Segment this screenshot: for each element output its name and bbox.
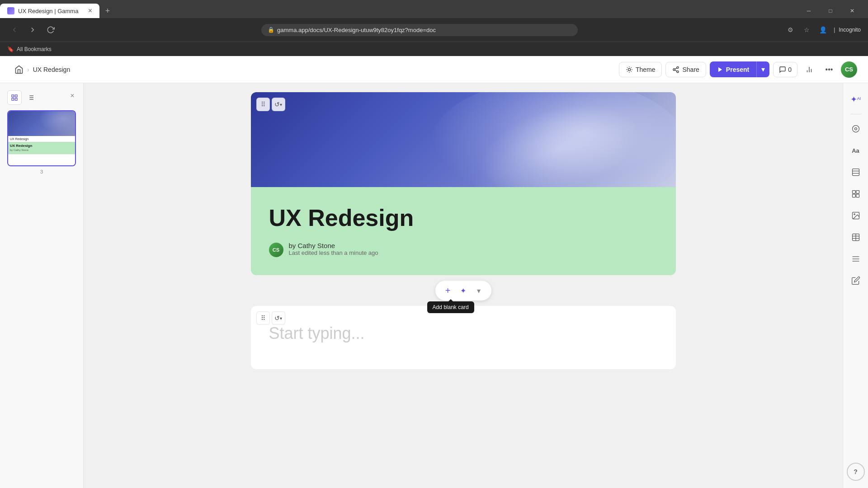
card-1-title[interactable]: UX Redesign — [269, 205, 658, 231]
sidebar-close-button[interactable]: × — [67, 90, 78, 101]
profile-label: Incognito — [839, 27, 861, 33]
right-more-button[interactable] — [847, 250, 865, 268]
expand-add-card-button[interactable]: ▾ — [472, 283, 486, 298]
app-header: › UX Redesign Theme Share Present ▾ 0 — [0, 56, 868, 83]
slide-thumb-header — [8, 111, 75, 136]
left-sidebar: × UX Redesign UX Redesign by Cathy Stone… — [0, 83, 84, 488]
present-button[interactable]: Present ▾ — [710, 61, 769, 77]
address-bar: 🔒 gamma.app/docs/UX-Redesign-utuw9ty82oy… — [0, 18, 868, 42]
present-main-button[interactable]: Present — [710, 62, 756, 77]
svg-rect-27 — [852, 194, 855, 197]
card-2-content[interactable]: Start typing... — [251, 306, 676, 369]
between-cards-toolbar: + ✦ ▾ Add blank card — [435, 275, 491, 306]
share-button[interactable]: Share — [665, 62, 706, 77]
right-typography-button[interactable]: Aa — [847, 141, 865, 160]
svg-rect-11 — [15, 95, 17, 97]
extensions-area: ⚙ ☆ 👤 | Incognito — [783, 23, 861, 37]
card-2-placeholder[interactable]: Start typing... — [269, 324, 658, 343]
theme-button[interactable]: Theme — [619, 62, 662, 77]
right-theme-button[interactable] — [847, 120, 865, 138]
more-options-button[interactable]: ••• — [821, 61, 837, 78]
add-ai-card-button[interactable]: ✦ — [456, 283, 471, 298]
svg-marker-6 — [718, 67, 722, 72]
card-2-toolbar: ⠿ ↺ ▾ — [256, 311, 285, 325]
svg-rect-10 — [12, 95, 14, 97]
back-button[interactable] — [7, 23, 22, 37]
extension-button[interactable]: ⚙ — [783, 23, 797, 37]
right-cards-button[interactable] — [847, 185, 865, 203]
add-blank-card-tooltip: Add blank card — [427, 301, 474, 313]
main-content: × UX Redesign UX Redesign by Cathy Stone… — [0, 83, 868, 488]
sidebar-view-toggle — [7, 90, 76, 105]
lock-icon: 🔒 — [268, 27, 274, 33]
svg-rect-25 — [852, 191, 855, 194]
forward-button[interactable] — [25, 23, 40, 37]
bookmark-star-button[interactable]: ☆ — [799, 23, 814, 37]
comments-count: 0 — [788, 66, 792, 73]
card-layout-button[interactable]: ↺ ▾ — [272, 98, 285, 111]
svg-point-2 — [673, 69, 675, 70]
list-view-button[interactable] — [24, 90, 38, 105]
breadcrumb-doc-title[interactable]: UX Redesign — [33, 66, 71, 73]
window-controls: ─ □ ✕ — [793, 4, 868, 18]
active-tab[interactable]: UX Redesign | Gamma × — [0, 4, 99, 18]
right-image-button[interactable] — [847, 206, 865, 225]
card-1-toolbar: ⠿ ↺ ▾ — [256, 98, 285, 111]
svg-point-30 — [854, 214, 855, 215]
right-table-button[interactable] — [847, 228, 865, 246]
home-button[interactable] — [11, 61, 27, 78]
theme-label: Theme — [636, 66, 656, 73]
ai-assistant-button[interactable]: ✦ AI — [847, 90, 865, 108]
slide-thumb-bottom — [8, 154, 75, 165]
svg-point-21 — [854, 128, 857, 130]
right-layout-button[interactable] — [847, 163, 865, 181]
share-label: Share — [682, 66, 699, 73]
minimize-button[interactable]: ─ — [798, 4, 819, 18]
svg-rect-12 — [15, 98, 17, 100]
header-actions: Theme Share Present ▾ 0 ••• — [619, 61, 857, 78]
comments-button[interactable]: 0 — [773, 62, 797, 77]
profile-extensions-button[interactable]: 👤 — [816, 23, 830, 37]
right-draw-button[interactable] — [847, 272, 865, 290]
grid-view-button[interactable] — [7, 90, 22, 105]
svg-rect-28 — [856, 194, 859, 197]
card-drag-button[interactable]: ⠿ — [256, 98, 270, 111]
svg-rect-13 — [12, 98, 14, 100]
tab-favicon — [7, 7, 14, 14]
tab-close-button[interactable]: × — [88, 7, 92, 15]
new-tab-button[interactable]: + — [101, 5, 114, 17]
help-button[interactable]: ? — [847, 463, 865, 481]
close-window-button[interactable]: ✕ — [842, 4, 863, 18]
canvas-area[interactable]: ⠿ ↺ ▾ UX Redesign CS — [84, 83, 843, 488]
bookmarks-label: All Bookmarks — [17, 46, 52, 52]
add-card-toolbar: + ✦ ▾ — [435, 281, 491, 300]
right-sidebar: ✦ AI Aa — [843, 83, 868, 488]
app: › UX Redesign Theme Share Present ▾ 0 — [0, 56, 868, 488]
analytics-button[interactable] — [801, 61, 817, 78]
reload-button[interactable] — [43, 23, 58, 37]
slide-thumb-title: UX Redesign — [10, 144, 73, 148]
author-info: by Cathy Stone Last edited less than a m… — [289, 242, 378, 256]
url-text: gamma.app/docs/UX-Redesign-utuw9ty82oy1f… — [277, 27, 436, 33]
avatar[interactable]: CS — [841, 61, 857, 78]
author-avatar: CS — [269, 243, 283, 257]
breadcrumb-separator: › — [27, 66, 29, 73]
url-bar[interactable]: 🔒 gamma.app/docs/UX-Redesign-utuw9ty82oy… — [261, 24, 578, 36]
card-1[interactable]: ⠿ ↺ ▾ UX Redesign CS — [251, 92, 676, 275]
svg-rect-26 — [856, 191, 859, 194]
svg-line-5 — [675, 68, 677, 69]
browser-chrome: UX Redesign | Gamma × + ─ □ ✕ 🔒 gamma.ap… — [0, 0, 868, 56]
maximize-button[interactable]: □ — [820, 4, 841, 18]
slide-thumbnail[interactable]: UX Redesign UX Redesign by Cathy Stone — [7, 110, 76, 166]
card-1-author: CS by Cathy Stone Last edited less than … — [269, 242, 658, 257]
svg-point-1 — [677, 66, 679, 68]
svg-rect-22 — [852, 169, 859, 176]
card-2-layout-button[interactable]: ↺ ▾ — [272, 311, 285, 325]
breadcrumb: › UX Redesign — [27, 66, 70, 73]
card-2[interactable]: ⠿ ↺ ▾ Start typing... — [251, 306, 676, 369]
bookmarks-bar: 🔖 All Bookmarks — [0, 42, 868, 56]
add-blank-card-button[interactable]: + — [441, 283, 455, 298]
slide-thumb-content: UX Redesign by Cathy Stone — [8, 142, 75, 154]
present-dropdown-button[interactable]: ▾ — [756, 61, 769, 77]
card-2-drag-button[interactable]: ⠿ — [256, 311, 270, 325]
